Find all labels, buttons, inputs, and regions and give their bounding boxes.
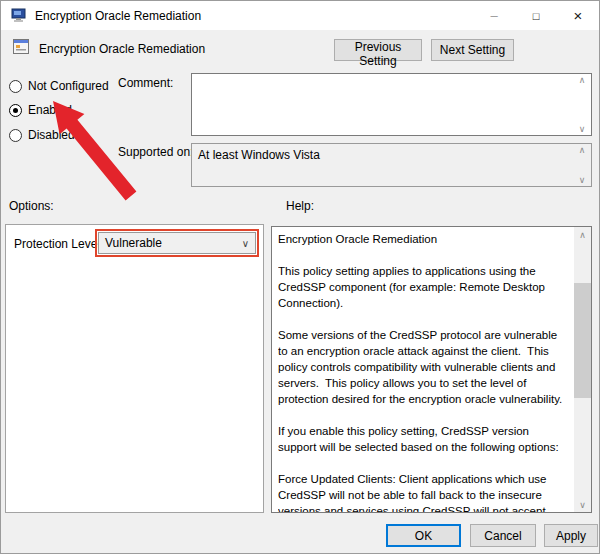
protection-level-dropdown[interactable]: Vulnerable ∨ <box>98 232 256 254</box>
supported-on-box: At least Windows Vista ∧ ∨ <box>191 143 592 187</box>
radio-enabled[interactable]: Enabled <box>9 102 72 118</box>
close-button[interactable]: × <box>557 1 599 30</box>
options-panel: Protection Level: Vulnerable ∨ <box>5 224 264 513</box>
radio-label: Enabled <box>28 103 72 117</box>
supported-on-label: Supported on: <box>118 145 193 159</box>
minimize-button[interactable]: – <box>473 1 515 30</box>
supported-on-value: At least Windows Vista <box>198 148 320 162</box>
chevron-down-icon: ∨ <box>242 238 249 249</box>
help-scrollbar[interactable]: ∧ ∨ <box>574 227 591 512</box>
help-panel: Encryption Oracle Remediation This polic… <box>271 226 592 513</box>
help-text: Encryption Oracle Remediation This polic… <box>278 231 567 512</box>
radio-circle-icon[interactable] <box>9 104 22 117</box>
radio-label: Not Configured <box>28 79 109 93</box>
apply-button[interactable]: Apply <box>544 524 598 547</box>
radio-label: Disabled <box>28 128 75 142</box>
scrollbar-thumb[interactable] <box>574 283 591 398</box>
radio-disabled[interactable]: Disabled <box>9 127 75 143</box>
policy-setting-dialog: Encryption Oracle Remediation – □ × Encr… <box>0 0 600 554</box>
ok-button[interactable]: OK <box>386 524 461 547</box>
scroll-down-icon[interactable]: ∨ <box>574 497 591 512</box>
scroll-up-icon[interactable]: ∧ <box>574 227 591 242</box>
policy-setting-icon <box>13 39 29 54</box>
cancel-button[interactable]: Cancel <box>470 524 536 547</box>
help-section-label: Help: <box>286 199 314 213</box>
scroll-up-icon[interactable]: ∧ <box>579 145 586 155</box>
app-icon <box>11 8 27 23</box>
comment-label: Comment: <box>118 76 173 90</box>
radio-not-configured[interactable]: Not Configured <box>9 78 109 94</box>
previous-setting-button[interactable]: Previous Setting <box>334 39 422 61</box>
scroll-down-icon[interactable]: ∨ <box>579 124 586 134</box>
radio-circle-icon[interactable] <box>9 129 22 142</box>
maximize-button[interactable]: □ <box>515 1 557 30</box>
radio-circle-icon[interactable] <box>9 80 22 93</box>
comment-scrollbar[interactable]: ∧ ∨ <box>575 75 589 134</box>
setting-name-label: Encryption Oracle Remediation <box>39 42 205 56</box>
title-bar[interactable]: Encryption Oracle Remediation – □ × <box>1 1 599 30</box>
scroll-down-icon[interactable]: ∨ <box>579 175 586 185</box>
protection-level-label: Protection Level: <box>14 237 103 251</box>
comment-input[interactable]: ∧ ∨ <box>191 73 592 136</box>
protection-level-value: Vulnerable <box>105 236 162 250</box>
next-setting-button[interactable]: Next Setting <box>431 39 514 61</box>
supported-scrollbar[interactable]: ∧ ∨ <box>575 145 589 185</box>
window-title: Encryption Oracle Remediation <box>35 9 201 23</box>
options-section-label: Options: <box>9 199 54 213</box>
scroll-up-icon[interactable]: ∧ <box>579 75 586 85</box>
